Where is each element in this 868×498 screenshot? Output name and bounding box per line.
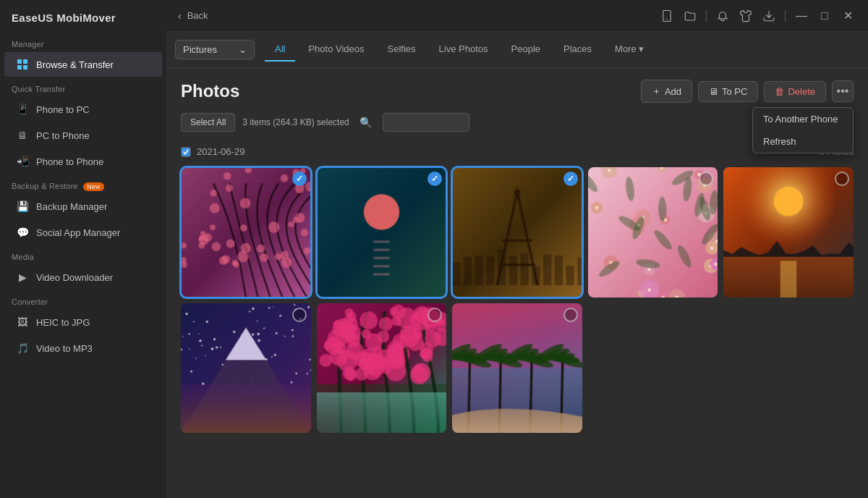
sidebar-item-heic-jpg[interactable]: 🖼 HEIC to JPG [4, 310, 162, 334]
photo-check-3[interactable]: ✓ [563, 172, 578, 186]
tab-live-photos[interactable]: Live Photos [429, 38, 498, 62]
section-media: Media [0, 245, 166, 264]
photo-uncheck-5[interactable] [835, 172, 849, 186]
section-manager: Manager [0, 33, 166, 51]
add-icon: ＋ [652, 85, 661, 98]
tab-places[interactable]: Places [553, 38, 602, 62]
pc-phone-icon: 🖥 [16, 129, 29, 142]
sidebar-item-social-app[interactable]: 💬 Social App Manager [4, 220, 162, 245]
video-icon: ▶ [16, 271, 29, 284]
bell-icon[interactable] [714, 7, 731, 25]
delete-button[interactable]: 🗑 Delete [764, 81, 826, 102]
tab-more[interactable]: More ▾ [605, 38, 654, 62]
tab-photo-videos[interactable]: Photo Videos [298, 38, 374, 62]
sidebar-item-pc-to-phone[interactable]: 🖥 PC to Phone [4, 123, 162, 148]
photo-item-6[interactable] [181, 303, 311, 434]
sidebar-label-phone-to-pc: Phone to PC [36, 104, 90, 115]
device-icon[interactable] [658, 7, 676, 25]
photo-uncheck-6[interactable] [292, 308, 307, 322]
delete-label: Delete [788, 86, 815, 97]
selection-info: 3 items (264.3 KB) selected [242, 117, 349, 127]
to-pc-button[interactable]: 🖥 To PC [698, 81, 758, 102]
sidebar-label-heic-jpg: HEIC to JPG [36, 317, 90, 328]
more-label: More ▾ [615, 43, 644, 54]
sidebar-item-video-downloader[interactable]: ▶ Video Downloader [4, 265, 162, 290]
photo-canvas-5 [723, 167, 854, 297]
sidebar-item-phone-to-phone[interactable]: 📲 Phone to Phone [4, 149, 162, 174]
download-icon[interactable] [760, 7, 778, 25]
shirt-icon[interactable] [737, 7, 754, 25]
photo-item-4[interactable] [588, 167, 718, 297]
photo-canvas-1 [181, 167, 311, 297]
dropdown-refresh[interactable]: Refresh [753, 130, 853, 153]
photos-header: Photos ＋ Add 🖥 To PC 🗑 Delete ••• To Ano… [181, 80, 854, 103]
tab-people[interactable]: People [501, 38, 550, 62]
minimize-icon[interactable]: — [793, 7, 810, 25]
date-section: 2021-06-29 8 Photos ✓✓✓ [181, 142, 854, 433]
category-label: Pictures [183, 44, 217, 55]
search-field[interactable] [383, 113, 469, 132]
photo-item-7[interactable] [317, 303, 447, 434]
category-select[interactable]: Pictures ⌄ [175, 40, 255, 59]
photo-uncheck-7[interactable] [427, 308, 442, 322]
back-button[interactable]: ‹ Back [178, 10, 208, 22]
grid-icon [16, 58, 29, 71]
sidebar-label-social-app: Social App Manager [36, 227, 120, 238]
add-button[interactable]: ＋ Add [641, 80, 692, 103]
svg-rect-1 [23, 59, 27, 64]
sidebar-item-phone-to-pc[interactable]: 📱 Phone to PC [4, 97, 162, 122]
maximize-icon[interactable]: □ [816, 7, 833, 25]
to-pc-icon: 🖥 [709, 86, 718, 97]
app-logo: EaseUS MobiMover [0, 0, 166, 33]
sidebar-label-video-downloader: Video Downloader [36, 272, 113, 283]
divider2 [785, 10, 786, 22]
sidebar-item-backup-manager[interactable]: 💾 Backup Manager [4, 194, 162, 219]
sidebar-label-pc-to-phone: PC to Phone [36, 130, 90, 141]
tab-all[interactable]: All [265, 38, 295, 62]
backup-icon: 💾 [16, 200, 29, 213]
date-label: 2021-06-29 [181, 146, 245, 157]
photo-item-1[interactable]: ✓ [181, 167, 311, 297]
section-quick-transfer: Quick Transfer [0, 77, 166, 96]
date-text: 2021-06-29 [197, 146, 245, 157]
phone-pc-icon: 📱 [16, 103, 29, 116]
to-pc-label: To PC [722, 86, 747, 97]
photo-item-5[interactable] [723, 167, 854, 297]
photos-title: Photos [181, 81, 239, 101]
main-content: ‹ Back — □ ✕ [166, 0, 868, 498]
topbar: ‹ Back — □ ✕ [166, 0, 868, 32]
folder-icon[interactable] [681, 7, 699, 25]
select-arrow-icon: ⌄ [239, 44, 247, 55]
select-all-button[interactable]: Select All [181, 113, 235, 132]
more-options-button[interactable]: ••• [832, 80, 854, 102]
photo-check-1[interactable]: ✓ [292, 172, 307, 186]
photos-actions: ＋ Add 🖥 To PC 🗑 Delete ••• To Another Ph… [641, 80, 854, 103]
dropdown-menu: To Another Phone Refresh [752, 107, 854, 153]
photo-item-3[interactable]: ✓ [452, 167, 582, 297]
photo-canvas-6 [181, 303, 311, 434]
photo-uncheck-8[interactable] [563, 308, 578, 322]
photo-item-2[interactable]: ✓ [317, 167, 447, 297]
search-button[interactable]: 🔍 [357, 113, 375, 132]
photos-content: Photos ＋ Add 🖥 To PC 🗑 Delete ••• To Ano… [166, 68, 868, 498]
heic-icon: 🖼 [16, 316, 29, 329]
delete-icon: 🗑 [775, 86, 784, 97]
close-icon[interactable]: ✕ [839, 7, 856, 25]
photo-grid: ✓✓✓ [181, 167, 854, 433]
sidebar-item-browse-transfer[interactable]: Browse & Transfer [4, 52, 162, 77]
tab-selfies[interactable]: Selfies [378, 38, 426, 62]
svg-rect-2 [17, 65, 22, 69]
dropdown-to-another-phone[interactable]: To Another Phone [753, 108, 853, 130]
back-arrow-icon: ‹ [178, 10, 182, 22]
date-checkbox[interactable] [181, 147, 191, 157]
sidebar: EaseUS MobiMover Manager Browse & Transf… [0, 0, 166, 498]
sidebar-label-backup-manager: Backup Manager [36, 201, 107, 212]
social-icon: 💬 [16, 226, 29, 239]
sidebar-item-video-mp3[interactable]: 🎵 Video to MP3 [4, 336, 162, 360]
photo-item-8[interactable] [452, 303, 582, 434]
section-converter: Converter [0, 290, 166, 309]
add-label: Add [665, 86, 681, 97]
sidebar-label-video-mp3: Video to MP3 [36, 343, 93, 354]
section-backup: Backup & Restore New [0, 174, 166, 193]
new-badge: New [83, 182, 104, 191]
